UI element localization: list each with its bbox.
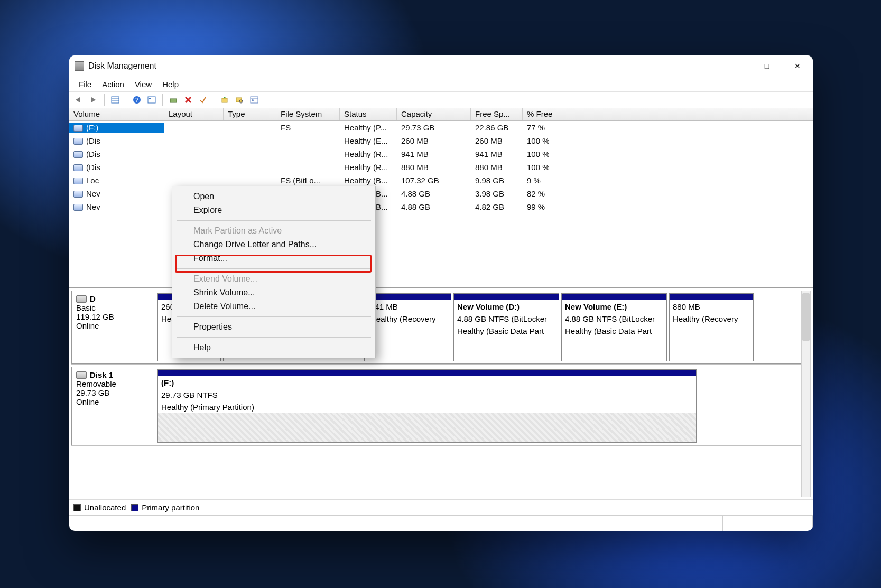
volume-context-menu: Open Explore Mark Partition as Active Ch… — [172, 186, 376, 358]
svg-rect-9 — [170, 99, 177, 102]
cm-shrink-volume[interactable]: Shrink Volume... — [172, 286, 375, 300]
partition[interactable]: (F:) 29.73 GB NTFS Healthy (Primary Part… — [157, 369, 697, 443]
svg-rect-12 — [222, 98, 227, 102]
cm-open[interactable]: Open — [172, 190, 375, 203]
svg-rect-8 — [149, 98, 151, 99]
new-up-icon[interactable] — [218, 94, 231, 106]
details-button[interactable] — [145, 94, 158, 106]
menu-view[interactable]: View — [129, 79, 157, 90]
partition[interactable]: New Volume (D:) 4.88 GB NTFS (BitLocker … — [453, 293, 559, 361]
svg-rect-7 — [148, 97, 155, 103]
disk-scrollbar[interactable] — [801, 291, 811, 497]
col-layout[interactable]: Layout — [164, 108, 224, 120]
maximize-button[interactable]: □ — [752, 55, 782, 77]
disk-management-window: Disk Management — □ ✕ File Action View H… — [69, 55, 813, 531]
volume-row[interactable]: LocFS (BitLo...Healthy (B...107.32 GB9.9… — [69, 174, 813, 187]
legend-unallocated: Unallocated — [84, 503, 126, 512]
back-button[interactable] — [72, 94, 85, 106]
delete-icon[interactable] — [182, 94, 194, 106]
titlebar[interactable]: Disk Management — □ ✕ — [69, 55, 813, 77]
svg-point-18 — [252, 99, 254, 101]
partition[interactable]: New Volume (E:) 4.88 GB NTFS (BitLocker … — [561, 293, 667, 361]
col-pctfree[interactable]: % Free — [523, 108, 586, 120]
settings-icon[interactable] — [248, 94, 261, 106]
cm-help[interactable]: Help — [172, 341, 375, 354]
disk-info[interactable]: Disk 1 Removable29.73 GBOnline — [71, 367, 155, 445]
list-view-button[interactable] — [109, 94, 122, 106]
cm-delete-volume[interactable]: Delete Volume... — [172, 300, 375, 313]
menu-action[interactable]: Action — [97, 79, 129, 90]
svg-rect-2 — [112, 97, 119, 103]
svg-marker-13 — [223, 97, 226, 98]
legend: Unallocated Primary partition — [69, 499, 813, 515]
svg-rect-16 — [251, 97, 258, 103]
minimize-button[interactable]: — — [721, 55, 752, 77]
help-button[interactable]: ? — [131, 94, 143, 106]
refresh-button[interactable] — [167, 94, 180, 106]
col-type[interactable]: Type — [224, 108, 276, 120]
partition[interactable]: 941 MB Healthy (Recovery — [367, 293, 451, 361]
cm-extend-volume: Extend Volume... — [172, 272, 375, 286]
forward-button[interactable] — [87, 94, 100, 106]
col-capacity[interactable]: Capacity — [397, 108, 471, 120]
toolbar: ? — [69, 91, 813, 108]
col-freespace[interactable]: Free Sp... — [471, 108, 523, 120]
menu-help[interactable]: Help — [157, 79, 184, 90]
cm-format[interactable]: Format... — [172, 251, 375, 265]
find-icon[interactable] — [233, 94, 246, 106]
partition[interactable]: 880 MB Healthy (Recovery — [669, 293, 754, 361]
status-bar — [69, 515, 813, 531]
cm-explore[interactable]: Explore — [172, 203, 375, 217]
volume-row[interactable]: (DisHealthy (R...880 MB880 MB100 % — [69, 161, 813, 174]
volume-row[interactable]: (F:)FSHealthy (P...29.73 GB22.86 GB77 % — [69, 121, 813, 134]
svg-marker-1 — [91, 97, 96, 102]
volume-row[interactable]: (DisHealthy (E...260 MB260 MB100 % — [69, 134, 813, 147]
close-button[interactable]: ✕ — [782, 55, 813, 77]
window-title: Disk Management — [88, 61, 156, 71]
svg-text:?: ? — [135, 97, 138, 103]
cm-properties[interactable]: Properties — [172, 320, 375, 334]
disk-info[interactable]: D Basic119.12 GBOnline — [71, 291, 155, 364]
col-filesystem[interactable]: File System — [276, 108, 340, 120]
volume-list-header: Volume Layout Type File System Status Ca… — [69, 108, 813, 121]
volume-row[interactable]: (DisHealthy (R...941 MB941 MB100 % — [69, 147, 813, 161]
col-volume[interactable]: Volume — [69, 108, 164, 120]
disk-row: Disk 1 Removable29.73 GBOnline(F:) 29.73… — [71, 367, 811, 446]
app-icon — [75, 61, 84, 71]
legend-primary: Primary partition — [142, 503, 199, 512]
svg-marker-0 — [76, 97, 80, 102]
col-status[interactable]: Status — [340, 108, 397, 120]
cm-mark-active: Mark Partition as Active — [172, 224, 375, 238]
menubar: File Action View Help — [69, 77, 813, 91]
menu-file[interactable]: File — [73, 79, 97, 90]
cm-change-drive-letter[interactable]: Change Drive Letter and Paths... — [172, 238, 375, 251]
check-icon[interactable] — [197, 94, 209, 106]
